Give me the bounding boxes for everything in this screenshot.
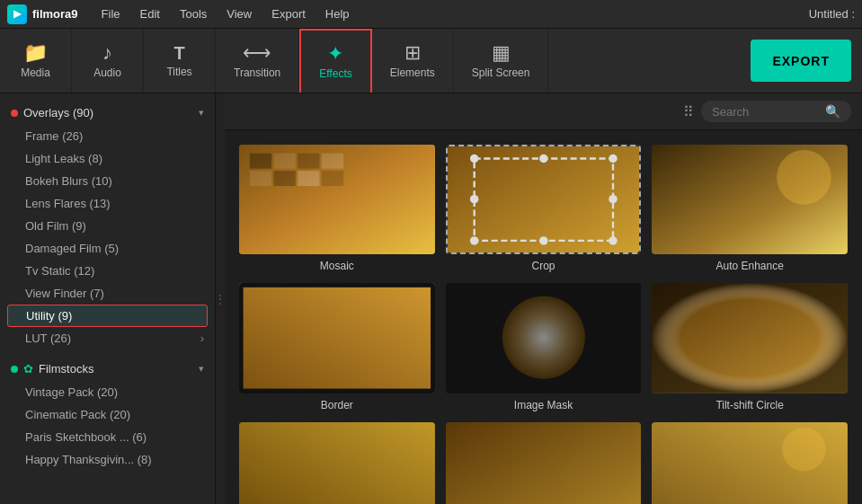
toolbar-split-screen[interactable]: ▦ Split Screen bbox=[454, 29, 549, 93]
effects-grid: Mosaic bbox=[225, 130, 862, 504]
content-toolbar: ⠿ 🔍 bbox=[225, 93, 862, 130]
svg-point-18 bbox=[609, 195, 617, 203]
sidebar: Overlays (90) ▾ Frame (26) Light Leaks (… bbox=[0, 93, 216, 504]
menu-tools[interactable]: Tools bbox=[171, 4, 216, 24]
svg-rect-4 bbox=[322, 154, 343, 169]
svg-rect-26 bbox=[652, 283, 848, 393]
toolbar-elements-label: Elements bbox=[390, 66, 435, 79]
filmstocks-arrow: ▾ bbox=[199, 363, 204, 375]
svg-point-24 bbox=[502, 296, 584, 379]
app-name: filmora9 bbox=[32, 7, 78, 21]
menu-edit[interactable]: Edit bbox=[131, 4, 169, 24]
toolbar-split-screen-label: Split Screen bbox=[472, 66, 530, 79]
svg-rect-8 bbox=[322, 171, 343, 186]
svg-rect-6 bbox=[274, 171, 296, 186]
sidebar-item-cinematic-pack[interactable]: Cinematic Pack (20) bbox=[0, 403, 215, 426]
effect-border[interactable]: Border bbox=[239, 283, 435, 411]
overlays-label: Overlays (90) bbox=[23, 106, 93, 119]
sidebar-item-tv-static[interactable]: Tv Static (12) bbox=[0, 260, 215, 282]
svg-point-15 bbox=[539, 155, 547, 163]
effect-mosaic-label: Mosaic bbox=[320, 260, 354, 272]
toolbar-audio[interactable]: ♪ Audio bbox=[72, 29, 144, 93]
svg-point-13 bbox=[609, 236, 617, 244]
sidebar-item-lut[interactable]: LUT (26) › bbox=[0, 327, 215, 349]
toolbar-effects[interactable]: ✦ Effects bbox=[299, 29, 371, 93]
effect-thumb-auto-enhance bbox=[652, 145, 848, 254]
sidebar-item-vintage-pack[interactable]: Vintage Pack (20) bbox=[0, 381, 215, 403]
effect-thumb-border bbox=[239, 283, 435, 393]
svg-rect-1 bbox=[250, 154, 271, 169]
effect-crop-label: Crop bbox=[531, 260, 555, 272]
toolbar-titles-label: Titles bbox=[166, 66, 191, 78]
toolbar-transition-label: Transition bbox=[234, 66, 280, 79]
sidebar-item-bokeh-blurs[interactable]: Bokeh Blurs (10) bbox=[0, 170, 215, 192]
audio-icon: ♪ bbox=[102, 43, 112, 63]
toolbar-media[interactable]: 📁 Media bbox=[0, 29, 72, 93]
sidebar-section-filmstocks[interactable]: ✿ Filmstocks ▾ bbox=[0, 357, 215, 381]
filmstocks-icon: ✿ bbox=[23, 362, 33, 376]
menu-view[interactable]: View bbox=[218, 4, 261, 24]
menu-help[interactable]: Help bbox=[316, 4, 359, 24]
elements-icon: ⊞ bbox=[404, 43, 421, 63]
effect-bottom1[interactable] bbox=[239, 422, 435, 504]
media-icon: 📁 bbox=[23, 43, 48, 63]
filmstocks-label: Filmstocks bbox=[39, 362, 93, 376]
effect-bottom3[interactable] bbox=[652, 422, 848, 504]
menu-file[interactable]: File bbox=[93, 4, 129, 24]
export-button[interactable]: EXPORT bbox=[751, 40, 851, 82]
effect-auto-enhance[interactable]: Auto Enhance bbox=[652, 145, 848, 272]
toolbar-effects-label: Effects bbox=[319, 67, 351, 80]
effect-mosaic[interactable]: Mosaic bbox=[239, 145, 435, 272]
grid-view-icon[interactable]: ⠿ bbox=[683, 103, 694, 120]
svg-rect-27 bbox=[239, 422, 435, 504]
main-toolbar: 📁 Media ♪ Audio T Titles ⟷ Transition ✦ … bbox=[0, 29, 862, 93]
sidebar-item-happy-thanksgiving[interactable]: Happy Thanksgivin... (8) bbox=[0, 448, 215, 471]
svg-rect-21 bbox=[239, 283, 435, 393]
sidebar-item-view-finder[interactable]: View Finder (7) bbox=[0, 282, 215, 305]
svg-point-11 bbox=[470, 155, 478, 163]
svg-point-20 bbox=[777, 150, 831, 205]
sidebar-item-paris-sketchbook[interactable]: Paris Sketchbook ... (6) bbox=[0, 426, 215, 448]
effect-bottom2[interactable] bbox=[446, 422, 642, 504]
effect-thumb-mosaic bbox=[239, 145, 435, 254]
effect-tilt-shift-circle-label: Tilt-shift Circle bbox=[715, 399, 784, 411]
resize-handle[interactable] bbox=[216, 93, 225, 504]
svg-point-16 bbox=[539, 236, 547, 244]
effect-auto-enhance-label: Auto Enhance bbox=[715, 260, 783, 272]
sidebar-item-frame[interactable]: Frame (26) bbox=[0, 125, 215, 147]
effect-crop[interactable]: Crop bbox=[446, 145, 642, 272]
svg-point-30 bbox=[783, 428, 826, 471]
toolbar-transition[interactable]: ⟷ Transition bbox=[216, 29, 299, 93]
effect-image-mask-label: Image Mask bbox=[514, 399, 573, 411]
effect-image-mask[interactable]: Image Mask bbox=[446, 283, 642, 411]
main-area: Overlays (90) ▾ Frame (26) Light Leaks (… bbox=[0, 93, 862, 504]
lut-label: LUT (26) bbox=[25, 332, 71, 345]
toolbar-elements[interactable]: ⊞ Elements bbox=[372, 29, 454, 93]
toolbar-audio-label: Audio bbox=[93, 66, 121, 79]
sidebar-item-old-film[interactable]: Old Film (9) bbox=[0, 215, 215, 237]
menu-items: File Edit Tools View Export Help bbox=[93, 4, 809, 24]
overlays-dot bbox=[11, 110, 18, 117]
toolbar-media-label: Media bbox=[21, 66, 50, 79]
sidebar-section-overlays[interactable]: Overlays (90) ▾ bbox=[0, 101, 215, 125]
effect-thumb-crop bbox=[446, 145, 642, 254]
split-screen-icon: ▦ bbox=[492, 43, 511, 63]
sidebar-item-light-leaks[interactable]: Light Leaks (8) bbox=[0, 147, 215, 170]
sidebar-item-damaged-film[interactable]: Damaged Film (5) bbox=[0, 237, 215, 260]
effect-thumb-tilt-shift-circle bbox=[652, 283, 848, 393]
content-area: ⠿ 🔍 bbox=[225, 93, 862, 504]
toolbar-titles[interactable]: T Titles bbox=[144, 29, 216, 93]
effect-tilt-shift-circle[interactable]: Tilt-shift Circle bbox=[652, 283, 848, 411]
svg-point-17 bbox=[470, 195, 478, 203]
svg-rect-5 bbox=[250, 171, 271, 186]
window-title: Untitled : bbox=[809, 7, 855, 21]
search-input[interactable] bbox=[712, 105, 820, 119]
sidebar-item-utility[interactable]: Utility (9) bbox=[7, 305, 208, 327]
sidebar-item-lens-flares[interactable]: Lens Flares (13) bbox=[0, 192, 215, 215]
svg-point-12 bbox=[609, 155, 617, 163]
svg-rect-2 bbox=[274, 154, 296, 169]
effect-border-label: Border bbox=[321, 399, 353, 411]
transition-icon: ⟷ bbox=[243, 43, 271, 63]
effect-thumb-bottom2 bbox=[446, 422, 642, 504]
menu-export[interactable]: Export bbox=[262, 4, 315, 24]
